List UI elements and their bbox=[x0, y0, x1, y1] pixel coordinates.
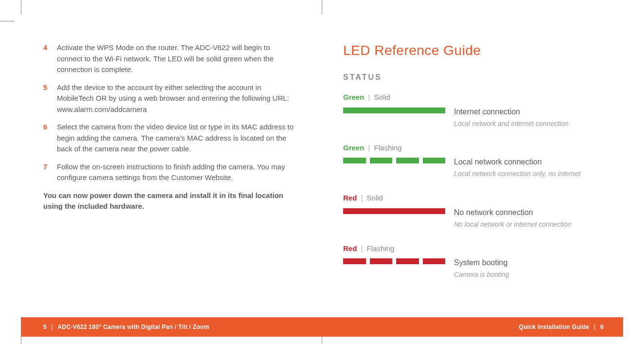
step-5: 5 Add the device to the account by eithe… bbox=[43, 82, 295, 115]
led-mode: Solid bbox=[367, 194, 383, 202]
led-color-name: Green bbox=[343, 93, 364, 101]
led-entry-green-solid: Green | Solid Internet connection Local … bbox=[343, 92, 603, 129]
separator: | bbox=[361, 194, 363, 202]
separator: | bbox=[52, 324, 53, 330]
footer-bar: 5 | ADC-V622 180° Camera with Digital Pa… bbox=[21, 317, 623, 337]
page-6: LED Reference Guide STATUS Green | Solid… bbox=[322, 21, 623, 328]
led-color-name: Red bbox=[343, 244, 357, 253]
separator: | bbox=[368, 144, 370, 152]
led-bar-flash-icon bbox=[343, 158, 445, 163]
step-number: 6 bbox=[43, 122, 57, 155]
led-entry-red-solid: Red | Solid No network connection No loc… bbox=[343, 193, 603, 230]
status-heading: STATUS bbox=[343, 72, 603, 83]
instruction-steps: 4 Activate the WPS Mode on the router. T… bbox=[43, 42, 295, 183]
led-desc-title: Local network connection bbox=[454, 156, 580, 168]
document-spread: 4 Activate the WPS Mode on the router. T… bbox=[21, 21, 623, 328]
led-desc-title: System booting bbox=[454, 257, 509, 269]
step-text: Add the device to the account by either … bbox=[57, 82, 295, 115]
step-text: Activate the WPS Mode on the router. The… bbox=[57, 42, 295, 75]
closing-note: You can now power down the camera and in… bbox=[43, 190, 295, 212]
step-text: Select the camera from the video device … bbox=[57, 122, 295, 155]
step-6: 6 Select the camera from the video devic… bbox=[43, 122, 295, 155]
separator: | bbox=[594, 324, 596, 330]
led-desc-sub: Local network and internet connection bbox=[454, 119, 569, 129]
led-desc-sub: Camera is booting bbox=[454, 270, 509, 280]
led-bar-icon bbox=[343, 108, 445, 113]
footer-left-title: ADC-V622 180° Camera with Digital Pan / … bbox=[58, 324, 209, 330]
led-label: Red | Solid bbox=[343, 193, 603, 204]
footer-right-title: Quick Installation Guide bbox=[519, 324, 590, 330]
page-5: 4 Activate the WPS Mode on the router. T… bbox=[21, 21, 322, 328]
step-number: 7 bbox=[43, 162, 57, 183]
step-text: Follow the on-screen instructions to fin… bbox=[57, 162, 295, 183]
led-desc-sub: No local network or internet connection bbox=[454, 219, 572, 230]
step-number: 4 bbox=[43, 42, 57, 75]
led-bar-icon bbox=[343, 208, 445, 214]
led-color-name: Green bbox=[343, 144, 364, 152]
footer-right: Quick Installation Guide | 6 bbox=[519, 323, 604, 331]
led-label: Green | Solid bbox=[343, 92, 603, 103]
led-label: Green | Flashing bbox=[343, 143, 603, 154]
led-desc-sub: Local network connection only, no intern… bbox=[454, 169, 580, 179]
led-entry-green-flashing: Green | Flashing Local network connectio… bbox=[343, 143, 603, 180]
step-number: 5 bbox=[43, 82, 57, 115]
led-bar-flash-icon bbox=[343, 258, 445, 264]
led-desc-title: Internet connection bbox=[454, 106, 569, 118]
led-entry-red-flashing: Red | Flashing System booting Camera is … bbox=[343, 243, 603, 280]
led-label: Red | Flashing bbox=[343, 243, 603, 254]
footer-right-page-num: 6 bbox=[600, 324, 604, 330]
page-title: LED Reference Guide bbox=[343, 40, 603, 61]
separator: | bbox=[368, 93, 370, 101]
step-7: 7 Follow the on-screen instructions to f… bbox=[43, 162, 295, 183]
footer-left: 5 | ADC-V622 180° Camera with Digital Pa… bbox=[43, 323, 209, 331]
led-mode: Flashing bbox=[374, 144, 402, 152]
led-desc-title: No network connection bbox=[454, 207, 572, 218]
footer-left-page-num: 5 bbox=[43, 324, 47, 330]
led-mode: Flashing bbox=[367, 244, 395, 253]
separator: | bbox=[361, 244, 363, 253]
led-color-name: Red bbox=[343, 194, 357, 202]
step-4: 4 Activate the WPS Mode on the router. T… bbox=[43, 42, 295, 75]
led-mode: Solid bbox=[374, 93, 390, 101]
